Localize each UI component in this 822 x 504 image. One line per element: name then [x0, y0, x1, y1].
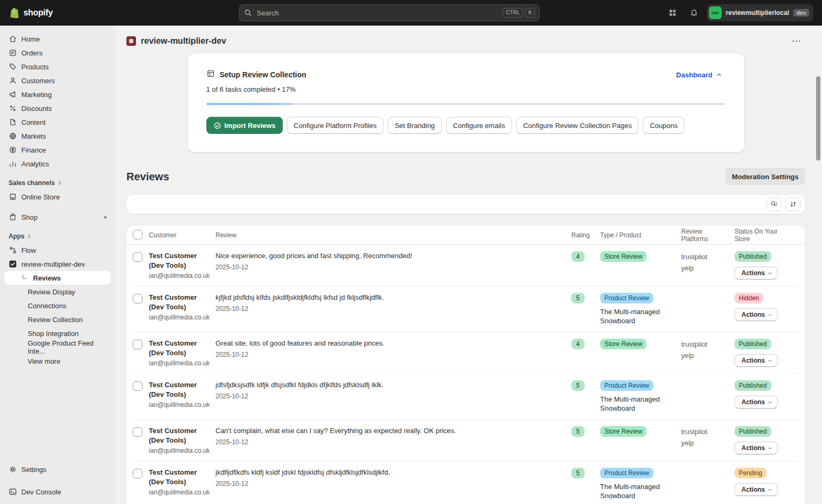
sidebar-item-google-product-feed[interactable]: Google Product Feed Inte... — [4, 340, 111, 354]
actions-button[interactable]: Actions — [735, 267, 778, 279]
status-badge: Published — [735, 251, 771, 262]
row-checkbox[interactable] — [133, 469, 142, 478]
sidebar-item-marketing[interactable]: Marketing — [4, 87, 111, 101]
dollar-coin-icon — [9, 146, 17, 154]
review-date: 2025-10-12 — [216, 351, 566, 358]
percent-icon — [9, 104, 17, 113]
sidebar-item-orders[interactable]: Orders — [4, 46, 111, 60]
chevron-down-icon — [767, 487, 773, 493]
sidebar-item-shop[interactable]: Shop — [4, 210, 111, 224]
chevron-right-icon — [27, 234, 32, 239]
configure-platform-profiles-button[interactable]: Configure Platform Profiles — [287, 117, 384, 134]
sidebar-item-reviews[interactable]: Reviews — [4, 271, 111, 285]
apps-section[interactable]: Apps — [4, 229, 111, 243]
sidebar-item-shop-integration[interactable]: Shop Integration — [4, 326, 111, 340]
customer-email: ian@quillmedia.co.uk — [149, 272, 210, 279]
setup-guide-icon — [206, 69, 215, 80]
search-and-filter-button[interactable] — [767, 197, 781, 211]
sidebar-label: Review Collection — [28, 316, 83, 324]
configure-review-collection-pages-button[interactable]: Configure Review Collection Pages — [516, 117, 639, 134]
sidebar-label: Flow — [21, 246, 36, 254]
sidebar-item-dev-console[interactable]: Dev Console — [4, 485, 111, 499]
actions-button[interactable]: Actions — [735, 354, 778, 367]
row-checkbox[interactable] — [133, 427, 142, 437]
column-header-review: Review — [216, 231, 571, 239]
sidebar-item-review-multiplier-dev[interactable]: review-multiplier-dev — [4, 257, 111, 271]
search-filter-icon — [770, 200, 778, 209]
setup-progress-text: 1 of 6 tasks completed • 17% — [206, 85, 725, 93]
sales-channels-section[interactable]: Sales channels — [4, 176, 111, 190]
more-actions-button[interactable]: ⋯ — [788, 36, 805, 46]
sidebar-item-review-collection[interactable]: Review Collection — [4, 313, 111, 326]
actions-button[interactable]: Actions — [735, 442, 778, 454]
bar-chart-icon — [9, 159, 17, 168]
reviews-filter-bar — [126, 195, 805, 214]
actions-button-label: Actions — [741, 444, 765, 452]
store-account-menu[interactable]: rev reviewmultiplierlocal dev — [707, 4, 813, 21]
review-date: 2025-10-12 — [216, 263, 566, 271]
sidebar-label: Discounts — [21, 105, 52, 113]
sidebar-item-connections[interactable]: Connections — [4, 299, 111, 313]
status-badge: Published — [735, 380, 771, 391]
customers-icon — [9, 76, 17, 85]
sidebar-item-markets[interactable]: Markets — [4, 129, 111, 143]
product-name[interactable]: The Multi-managed Snowboard — [600, 307, 676, 325]
sidebar-item-settings[interactable]: Settings — [4, 462, 111, 476]
sidebar-item-review-display[interactable]: Review Display — [4, 285, 111, 299]
sidebar-item-analytics[interactable]: Analytics — [4, 157, 111, 171]
actions-button[interactable]: Actions — [735, 396, 778, 409]
set-branding-button[interactable]: Set Branding — [388, 117, 442, 134]
k-key: K — [525, 8, 536, 18]
type-badge: Product Review — [600, 380, 653, 391]
sidebar-item-customers[interactable]: Customers — [4, 74, 111, 87]
rating-badge: 5 — [571, 380, 585, 391]
sidebar-label: Shop Integration — [28, 330, 78, 338]
rating-badge: 5 — [571, 293, 585, 303]
shopify-logo[interactable]: shopify — [9, 6, 115, 19]
store-name: reviewmultiplierlocal — [726, 9, 789, 17]
actions-button[interactable]: Actions — [735, 308, 778, 321]
row-checkbox[interactable] — [133, 340, 142, 349]
sidebar-item-home[interactable]: Home — [4, 32, 111, 46]
sort-button[interactable] — [786, 197, 801, 211]
review-text: Can't complain, what else can I say? Eve… — [216, 426, 566, 436]
sidebar-item-view-more[interactable]: View more — [4, 354, 111, 368]
product-name[interactable]: The Multi-managed Snowboard — [600, 482, 676, 500]
sidebar-item-products[interactable]: Products — [4, 60, 111, 74]
actions-button[interactable]: Actions — [735, 483, 778, 496]
platform-label: yelp — [681, 350, 729, 361]
sidebar-item-online-store[interactable]: Online Store — [4, 190, 111, 204]
coupons-button[interactable]: Coupons — [643, 117, 684, 134]
reviews-table-body: Test Customer (Dev Tools) ian@quillmedia… — [126, 245, 805, 504]
check-circle-icon — [213, 122, 221, 130]
moderation-settings-button[interactable]: Moderation Settings — [725, 168, 805, 185]
sidebar-item-flow[interactable]: Flow — [4, 243, 111, 257]
row-checkbox[interactable] — [133, 252, 142, 262]
select-all-checkbox[interactable] — [133, 230, 142, 239]
sidebar-label: Settings — [21, 466, 46, 474]
row-checkbox[interactable] — [133, 381, 142, 391]
terminal-icon — [9, 487, 17, 496]
sidebar-item-discounts[interactable]: Discounts — [4, 101, 111, 115]
notifications-bell-button[interactable] — [685, 4, 703, 21]
global-search-input[interactable]: Search CTRL K — [239, 4, 540, 21]
sidebar-label: Content — [21, 118, 46, 126]
configure-emails-button[interactable]: Configure emails — [446, 117, 512, 134]
row-checkbox[interactable] — [133, 294, 142, 303]
vertical-scrollbar-thumb[interactable] — [816, 76, 820, 161]
import-reviews-button[interactable]: Import Reviews — [206, 117, 283, 134]
sidebar-label: Finance — [21, 146, 46, 154]
filter-search-area[interactable] — [126, 195, 767, 214]
dashboard-toggle-button[interactable]: Dashboard — [673, 70, 725, 79]
sidebar-item-finance[interactable]: Finance — [4, 143, 111, 157]
product-name[interactable]: The Multi-managed Snowboard — [600, 395, 676, 413]
review-text: Nice experience, good prices and fast sh… — [216, 251, 566, 261]
column-header-rating: Rating — [571, 231, 600, 239]
admin-apps-grid-button[interactable] — [664, 4, 681, 21]
sidebar-item-content[interactable]: Content — [4, 115, 111, 129]
actions-button-label: Actions — [741, 486, 765, 493]
platform-label: yelp — [681, 262, 729, 274]
column-header-status: Status On Your Store — [735, 228, 799, 243]
shop-bag-icon — [9, 213, 17, 221]
store-avatar: rev — [709, 6, 722, 19]
